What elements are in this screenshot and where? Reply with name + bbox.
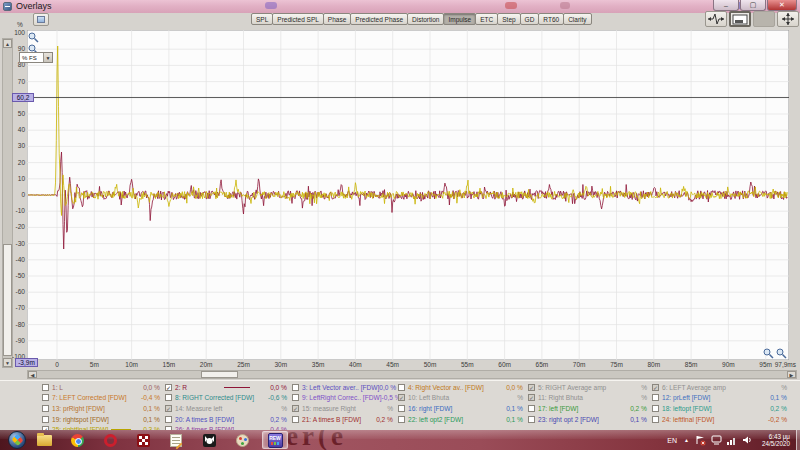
- legend-label[interactable]: 16: right [FDW]: [408, 405, 452, 412]
- legend-checkbox[interactable]: [528, 416, 535, 423]
- legend-checkbox[interactable]: ✓: [528, 394, 535, 401]
- tab-rt60[interactable]: RT60: [538, 13, 564, 25]
- legend-checkbox[interactable]: ✓: [165, 405, 172, 412]
- taskbar-app-google-chrome[interactable]: [64, 431, 90, 449]
- legend-column-5: ✓5: RIGHT Average amp%✓11: Right Bhuta%1…: [528, 382, 647, 424]
- close-button[interactable]: ✕: [767, 0, 797, 11]
- minimize-button[interactable]: –: [713, 0, 739, 11]
- tab-step[interactable]: Step: [497, 13, 520, 25]
- start-button[interactable]: [8, 431, 26, 449]
- taskbar-app-notes-app[interactable]: [163, 431, 189, 449]
- legend-checkbox[interactable]: [42, 384, 49, 391]
- legend-checkbox[interactable]: [398, 384, 405, 391]
- legend-checkbox[interactable]: ✓: [652, 384, 659, 391]
- legend-checkbox[interactable]: [42, 405, 49, 412]
- y-axis-scrollbar[interactable]: ▲ ▼: [2, 38, 13, 368]
- legend-label[interactable]: 2: R: [175, 384, 187, 391]
- tab-predicted-spl[interactable]: Predicted SPL: [272, 13, 324, 25]
- legend-checkbox[interactable]: [652, 405, 659, 412]
- taskbar-app-foobar2000[interactable]: [196, 431, 222, 449]
- zoom-out-icon[interactable]: [776, 348, 787, 359]
- legend-label[interactable]: 22: left opt2 [FDW]: [408, 416, 463, 423]
- maximize-button[interactable]: ▢: [740, 0, 766, 11]
- google-chrome-icon: [71, 434, 84, 447]
- legend-label[interactable]: 19: rightspot [FDW]: [52, 416, 109, 423]
- tab-predicted-phase[interactable]: Predicted Phase: [350, 13, 408, 25]
- capture-graph-button[interactable]: [33, 13, 49, 26]
- hidden-icons-chevron[interactable]: ▲: [684, 437, 689, 443]
- legend-value: %: [613, 394, 647, 401]
- y-axis-unit: %: [17, 21, 23, 28]
- legend-checkbox[interactable]: [528, 405, 535, 412]
- scroll-right-arrow[interactable]: ▶: [787, 371, 796, 378]
- legend-checkbox[interactable]: [398, 405, 405, 412]
- show-desktop-button[interactable]: [796, 430, 800, 450]
- action-center-flag-icon[interactable]: [696, 435, 706, 446]
- legend-checkbox[interactable]: ✓: [292, 405, 299, 412]
- legend-label[interactable]: 21: A times B [FDW]: [302, 416, 361, 423]
- legend-label[interactable]: 3: Left Vector aver.. [FDW]: [302, 384, 379, 391]
- volume-icon[interactable]: [742, 435, 753, 445]
- x-scroll-thumb[interactable]: [201, 371, 238, 378]
- legend-label[interactable]: 9: LeftRight Correc.. [FDW]: [302, 394, 382, 401]
- taskbar-clock[interactable]: 6:43 μμ 24/5/2020: [762, 433, 790, 447]
- zoom-tool-icon[interactable]: [28, 32, 39, 43]
- taskbar-app-file-explorer[interactable]: [31, 431, 57, 449]
- legend-label[interactable]: 17: left [FDW]: [538, 405, 578, 412]
- graph-display-button[interactable]: [729, 11, 751, 27]
- legend-checkbox[interactable]: ✓: [398, 394, 405, 401]
- taskbar-app-paint[interactable]: [229, 431, 255, 449]
- network-signal-icon[interactable]: [727, 435, 737, 445]
- tab-clarity[interactable]: Clarity: [563, 13, 591, 25]
- legend-label[interactable]: 12: prLeft [FDW]: [662, 394, 710, 401]
- legend-label[interactable]: 6: LEFT Average amp: [662, 384, 726, 391]
- legend-label[interactable]: 20: A times B [FDW]: [175, 416, 234, 423]
- tab-distortion[interactable]: Distortion: [407, 13, 444, 25]
- legend-label[interactable]: 24: leftfinal [FDW]: [662, 416, 714, 423]
- legend-checkbox[interactable]: [165, 394, 172, 401]
- legend-label[interactable]: 14: Measure left: [175, 405, 222, 412]
- legend-checkbox[interactable]: [292, 416, 299, 423]
- legend-checkbox[interactable]: [42, 416, 49, 423]
- plot-area[interactable]: [27, 30, 789, 360]
- x-axis-scrollbar[interactable]: ◀ ▶: [27, 370, 797, 379]
- tab-phase[interactable]: Phase: [323, 13, 351, 25]
- scroll-left-arrow[interactable]: ◀: [28, 371, 37, 378]
- legend-label[interactable]: 7: LEFT Corrected [FDW]: [52, 394, 127, 401]
- taskbar-app-red-media-app[interactable]: [130, 431, 156, 449]
- legend-label[interactable]: 1: L: [52, 384, 63, 391]
- language-indicator[interactable]: EN: [667, 437, 677, 444]
- legend-label[interactable]: 8: RIGHT Corrected [FDW]: [175, 394, 254, 401]
- tab-etc[interactable]: ETC: [475, 13, 498, 25]
- tab-spl[interactable]: SPL: [251, 13, 273, 25]
- display-icon[interactable]: [711, 435, 722, 445]
- legend-checkbox[interactable]: [165, 416, 172, 423]
- legend-label[interactable]: 13: prRight [FDW]: [52, 405, 105, 412]
- legend-checkbox[interactable]: [652, 416, 659, 423]
- legend-label[interactable]: 5: RIGHT Average amp: [538, 384, 606, 391]
- pan-button[interactable]: [777, 11, 799, 27]
- taskbar-app-opera[interactable]: [97, 431, 123, 449]
- legend-label[interactable]: 15: measure Right: [302, 405, 356, 412]
- legend-checkbox[interactable]: [292, 384, 299, 391]
- legend-label[interactable]: 23: right opt 2 [FDW]: [538, 416, 599, 423]
- legend-checkbox[interactable]: ✓: [165, 384, 172, 391]
- y-unit-selector[interactable]: % FS ▼: [19, 52, 53, 63]
- x-tick-label: 85m: [683, 361, 699, 368]
- legend-checkbox[interactable]: [292, 394, 299, 401]
- zoom-in-icon[interactable]: [763, 348, 774, 359]
- title-bar[interactable]: Overlays – ▢ ✕: [0, 0, 800, 13]
- tab-gd[interactable]: GD: [520, 13, 540, 25]
- legend-label[interactable]: 11: Right Bhuta: [538, 394, 583, 401]
- legend-checkbox[interactable]: ✓: [528, 384, 535, 391]
- legend-checkbox[interactable]: [652, 394, 659, 401]
- legend-label[interactable]: 18: leftopt [FDW]: [662, 405, 711, 412]
- legend-checkbox[interactable]: [42, 394, 49, 401]
- taskbar-app-rew[interactable]: REW: [262, 431, 288, 449]
- tab-impulse[interactable]: Impulse: [443, 13, 476, 25]
- legend-label[interactable]: 10: Left Bhuta: [408, 394, 449, 401]
- chevron-down-icon[interactable]: ▼: [43, 53, 52, 62]
- legend-label[interactable]: 4: Right Vector av.. [FDW]: [408, 384, 484, 391]
- fit-impulse-button[interactable]: [705, 11, 727, 27]
- legend-checkbox[interactable]: [398, 416, 405, 423]
